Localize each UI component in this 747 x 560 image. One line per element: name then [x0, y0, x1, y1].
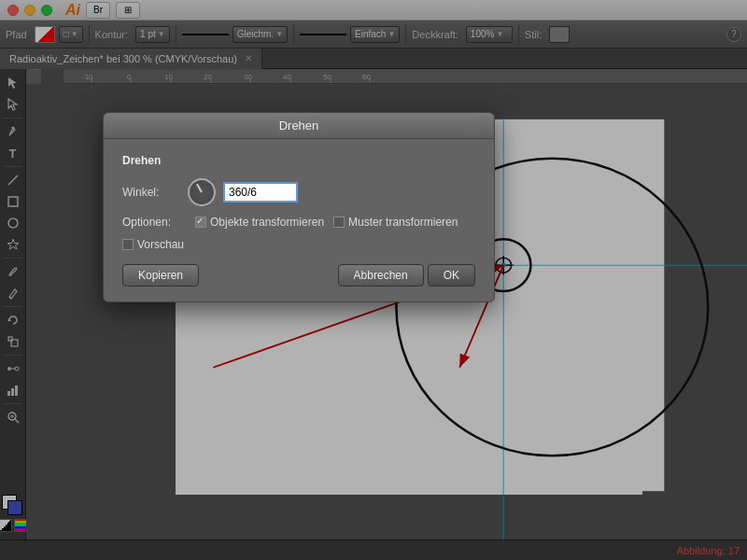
vorschau-checkbox-label[interactable]: Vorschau — [122, 238, 184, 251]
dialog-btn-group: Abbrechen OK — [338, 264, 475, 287]
winkel-label: Winkel: — [122, 186, 188, 199]
vorschau-checkbox[interactable] — [122, 239, 134, 250]
drehen-dialog: Drehen Drehen Winkel: Optionen: Objekte … — [103, 112, 495, 302]
muster-label: Muster transformieren — [348, 216, 458, 229]
muster-checkbox[interactable] — [333, 217, 345, 228]
ok-button[interactable]: OK — [428, 264, 475, 287]
objekte-checkbox-label[interactable]: Objekte transformieren — [195, 216, 324, 229]
dialog-buttons: Kopieren Abbrechen OK — [122, 264, 475, 287]
kopieren-button[interactable]: Kopieren — [122, 264, 199, 287]
dialog-section-title: Drehen — [122, 154, 475, 167]
dialog-titlebar: Drehen — [104, 113, 494, 139]
optionen-row: Optionen: Objekte transformieren Muster … — [122, 216, 475, 229]
abbrechen-button[interactable]: Abbrechen — [338, 264, 424, 287]
vorschau-row: Vorschau — [122, 238, 475, 251]
vorschau-label: Vorschau — [137, 238, 184, 251]
dialog-body: Drehen Winkel: Optionen: Objekte transfo… — [104, 139, 494, 301]
dialog-overlay: Drehen Drehen Winkel: Optionen: Objekte … — [0, 0, 747, 560]
objekte-label: Objekte transformieren — [210, 216, 324, 229]
optionen-label: Optionen: — [122, 216, 186, 229]
winkel-input[interactable] — [223, 182, 298, 203]
angle-dial — [188, 178, 216, 206]
muster-checkbox-label[interactable]: Muster transformieren — [333, 216, 458, 229]
objekte-checkbox[interactable] — [195, 217, 206, 228]
angle-needle — [196, 184, 203, 193]
dialog-title: Drehen — [279, 119, 319, 133]
winkel-row: Winkel: — [122, 178, 475, 206]
